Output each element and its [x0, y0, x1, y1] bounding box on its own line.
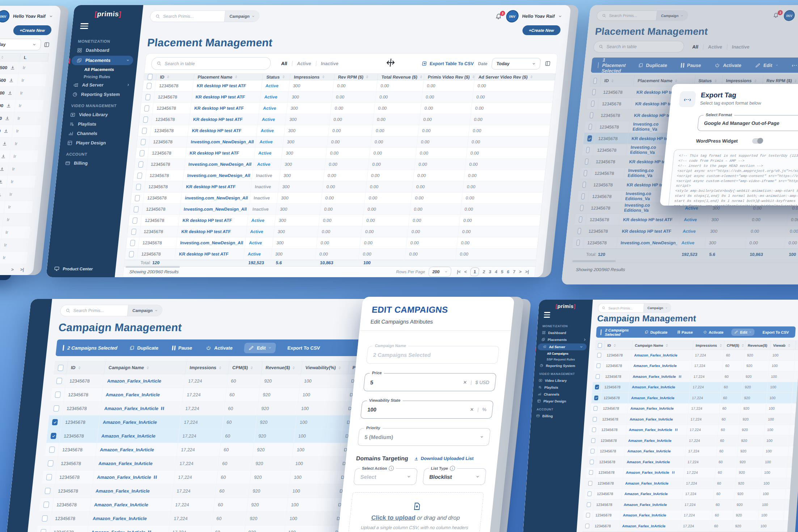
sidebar-item-video-library[interactable]: Video Library [533, 377, 587, 384]
cell-name[interactable]: KR desktop HP test ATF [185, 148, 255, 159]
pager-page-1[interactable]: 1 [470, 267, 480, 276]
column-header-impressions[interactable]: Impressions [290, 74, 335, 80]
duplicate-button[interactable]: Duplicate [126, 345, 161, 351]
column-header-viewability-[interactable]: Viewability(%) [301, 362, 350, 374]
cell-name[interactable]: KR desktop HP test ATF [193, 80, 262, 91]
sidebar-item-placements[interactable]: Placements [71, 56, 134, 65]
column-header-total-revenue-[interactable]: Total Revenue ($) [377, 74, 425, 80]
row-checkbox[interactable] [596, 363, 601, 368]
export-csv-button[interactable]: Export To CSV [285, 345, 322, 351]
pager-page-3[interactable]: 3 [489, 269, 491, 274]
sidebar-subitem-pricing-rules[interactable]: Pricing Rules [67, 73, 136, 80]
notifications-bell[interactable]: 3 [495, 13, 503, 20]
row-checkbox[interactable] [43, 502, 49, 508]
cell-name[interactable]: Amazon_Farlex_InArticle [93, 470, 175, 484]
sidebar-item-dashboard[interactable]: Dashboard [537, 329, 591, 336]
menu-hamburger-icon[interactable] [544, 312, 550, 318]
row-name-link[interactable]: Investing.com_NewDesign_All [180, 240, 244, 245]
priority-select[interactable]: Priority 5 (Medium) [358, 428, 491, 446]
table-search-input[interactable]: Search in table [151, 57, 271, 70]
row-checkbox[interactable] [136, 184, 141, 190]
row-checkbox[interactable] [47, 460, 54, 466]
row-name-link[interactable]: KR desktop HP test ATF [192, 128, 242, 133]
cell-name[interactable]: Amazon_Farlex_InArticle [96, 443, 178, 456]
cell-name[interactable]: Investing.com_NewDesign_All [176, 237, 246, 248]
row-checkbox[interactable] [145, 94, 151, 100]
date-select[interactable]: Today [491, 58, 541, 69]
cell-name[interactable]: Amazon_Farlex_InArticle [103, 374, 185, 388]
row-checkbox[interactable] [586, 513, 590, 518]
cell-name[interactable]: investing.com_NewDesign_All [181, 193, 250, 203]
search-scope-select[interactable]: Campaign [127, 305, 162, 316]
pager-next[interactable]: > [519, 269, 522, 274]
row-name-link[interactable]: Amazon_Farlex_InArticle [625, 481, 668, 485]
row-name-link[interactable]: Amazon_Farlex_InArticle [101, 434, 156, 439]
cell-name[interactable]: Amazon_Farlex_InArticle [629, 382, 691, 393]
cell-name[interactable]: Amazon_Farlex_InArticle [620, 510, 681, 521]
pager-last[interactable]: >| [20, 267, 24, 272]
row-checkbox[interactable] [592, 417, 597, 422]
cell-name[interactable]: Amazon_Farlex_InArticle [631, 350, 693, 360]
clear-icon[interactable]: ✕ [470, 407, 474, 412]
list-type-select[interactable]: List Typei Blocklist [422, 468, 486, 485]
row-name-link[interactable]: Investing.com_NewDesign_All [183, 207, 247, 212]
global-search[interactable]: Search Primis... Campaign [149, 10, 260, 22]
viewability-state-field[interactable]: Viewability State 100 ✕|% [360, 401, 494, 419]
cell-name[interactable]: Amazon_Farlex_InArticle [630, 361, 692, 371]
row-checkbox[interactable] [596, 374, 600, 379]
global-search[interactable]: Search Primis... Campaign [60, 305, 163, 316]
row-name-link[interactable]: Amazon_Farlex_InArticle [622, 524, 666, 528]
row-name-link[interactable]: Amazon_Farlex_InArticle [104, 406, 159, 411]
cell-name[interactable]: KR desktop HP test ATF [188, 125, 258, 136]
cell-name[interactable]: KR desktop HP test ATF [191, 92, 261, 102]
pager-next[interactable]: > [11, 267, 14, 272]
row-name-link[interactable]: Amazon_Farlex_InArticle [626, 470, 669, 474]
select-action-select[interactable]: Select Actioni Select [353, 468, 417, 485]
row-checkbox[interactable] [56, 378, 62, 384]
row-name-link[interactable]: KR desktop HP test ATF [182, 218, 232, 223]
cell-name[interactable]: KR desktop HP test ATF [190, 103, 260, 114]
row-name-link[interactable]: KR desktop HP test ATF [189, 151, 239, 156]
row-name-link[interactable]: investing.com_NewDesign_All [185, 195, 248, 200]
rows-per-page-select[interactable]: 200 [428, 267, 452, 277]
sidebar-item-ad-server[interactable]: Ad Server [537, 343, 587, 350]
cell-name[interactable]: KR desktop HP test ATF [178, 215, 248, 226]
activate-button[interactable]: Activate [203, 345, 235, 351]
price-field[interactable]: Price 5 ✕|$ USD [363, 373, 497, 391]
column-header-status[interactable]: Status [262, 74, 291, 80]
row-name-link[interactable]: Amazon_Farlex_InArticle [630, 417, 673, 421]
row-name-link[interactable]: Amazon_Farlex_InArticle [626, 460, 670, 464]
tag-code-block[interactable]: <!-- This tag format is not supported fo… [667, 149, 798, 206]
pager-page-4[interactable]: 4 [495, 269, 498, 274]
row-checkbox[interactable] [587, 491, 592, 496]
row-name-link[interactable]: Amazon_Farlex_InArticle [105, 392, 160, 397]
cell-name[interactable]: Amazon_Farlex_InArticle [100, 402, 182, 415]
checkbox[interactable] [58, 365, 64, 371]
column-header-impressions[interactable]: Impressions [185, 362, 229, 374]
row-checkbox[interactable] [132, 218, 138, 224]
select-all-checkbox[interactable] [595, 341, 605, 350]
row-checkbox[interactable] [589, 470, 593, 475]
row-name-link[interactable]: Amazon_Farlex_InArticle [107, 379, 161, 384]
row-name-link[interactable]: Amazon_Farlex_InArticle [623, 513, 666, 517]
row-name-link[interactable]: Amazon_Farlex_InArticle [634, 353, 677, 357]
row-name-link[interactable]: Investing.com_NewDesign_All [187, 173, 251, 178]
avatar[interactable]: INV [0, 10, 10, 22]
cell-name[interactable]: Amazon_Farlex_InArticle [621, 489, 683, 499]
row-checkbox[interactable] [587, 502, 591, 507]
row-checkbox[interactable] [590, 460, 594, 464]
sidebar-item-channels[interactable]: Channels [60, 129, 130, 138]
row-name-link[interactable]: KR desktop HP test ATF [193, 117, 243, 122]
row-checkbox[interactable] [135, 195, 140, 201]
cell-name[interactable]: Amazon_Farlex_InArticle [94, 457, 177, 470]
cell-name[interactable]: Amazon_Farlex_InArticle [91, 484, 174, 498]
filter-inactive[interactable]: Inactive [316, 61, 343, 66]
column-header-id[interactable]: ID [604, 341, 633, 350]
cell-name[interactable]: Amazon_Farlex_InArticle [628, 404, 689, 414]
sidebar-item-dashboard[interactable]: Dashboard [69, 46, 139, 55]
column-header-placement-list[interactable]: Placement List [0, 54, 21, 61]
column-header-campaign-name[interactable]: Campaign Name [632, 341, 693, 350]
menu-hamburger-icon[interactable] [80, 23, 89, 29]
row-name-link[interactable]: KR desktop HP test ATF [195, 94, 245, 100]
sidebar-item-channels[interactable]: Channels [532, 391, 586, 398]
